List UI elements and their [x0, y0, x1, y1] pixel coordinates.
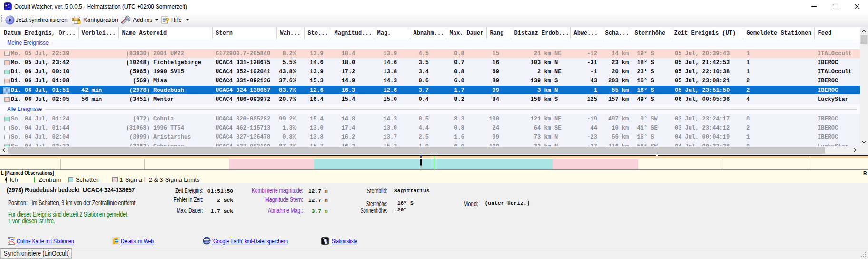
svg-text:?: ?: [165, 16, 169, 24]
